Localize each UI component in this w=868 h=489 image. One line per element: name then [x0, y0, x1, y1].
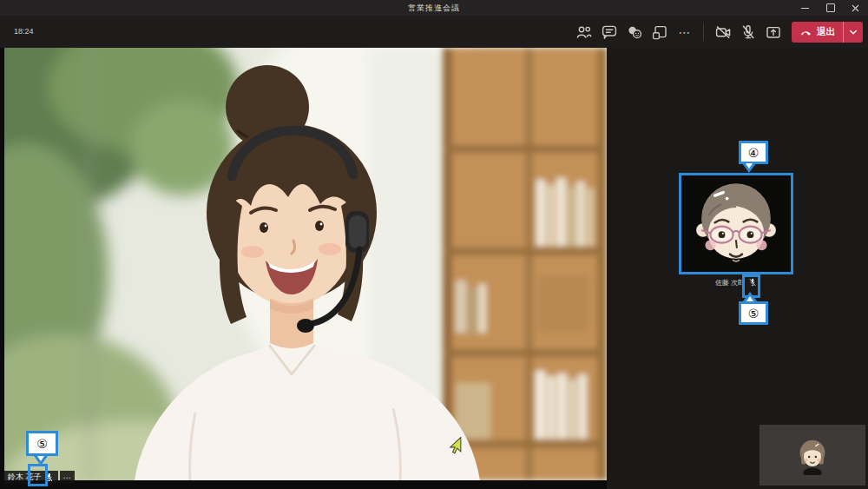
main-video-tile[interactable]	[4, 48, 607, 480]
mic-toggle-button[interactable]	[736, 20, 760, 43]
leave-split-button: 退出	[792, 22, 863, 43]
annotation-step5-label: ⑤	[748, 307, 760, 320]
toolbar-buttons: ⋯	[572, 16, 863, 48]
minimize-icon	[801, 8, 809, 9]
camera-toggle-button[interactable]	[711, 20, 734, 43]
reactions-button[interactable]	[622, 20, 646, 43]
participants-button[interactable]	[572, 20, 595, 43]
share-icon	[765, 23, 782, 41]
minimize-button[interactable]	[792, 0, 818, 16]
annotation-callout-5-right: ⑤	[739, 301, 768, 325]
annotation-pointer-down	[34, 456, 48, 466]
more-icon: ⋯	[679, 28, 691, 36]
share-screen-button[interactable]	[761, 20, 785, 43]
annotation-rect-speaker-mic	[28, 464, 48, 486]
self-view-pip[interactable]	[760, 425, 865, 486]
annotation-pointer-down	[742, 163, 756, 173]
rooms-button[interactable]	[648, 20, 671, 43]
rooms-icon	[651, 23, 668, 41]
chevron-down-icon	[849, 29, 858, 36]
cursor-icon	[448, 437, 462, 458]
window-title: 営業推進会議	[408, 3, 460, 14]
meeting-timer: 18:24	[14, 16, 34, 48]
maximize-icon	[826, 3, 835, 12]
window-controls	[792, 0, 868, 16]
teams-meeting-window: 営業推進会議 18:24	[0, 0, 868, 489]
speaker-video-feed	[4, 48, 607, 480]
maximize-button[interactable]	[818, 0, 843, 16]
tile-more-icon: ⋯	[63, 473, 71, 482]
reactions-icon	[626, 23, 643, 41]
leave-options-button[interactable]	[844, 22, 863, 43]
self-avatar	[792, 435, 832, 475]
annotation-callout-4: ④	[739, 141, 768, 164]
participant-name-label: 佐藤 次郎	[715, 278, 745, 287]
leave-button-label: 退出	[817, 26, 835, 38]
participant-nameplate: 佐藤 次郎	[679, 276, 793, 288]
meeting-toolbar: 18:24	[0, 16, 868, 48]
tile-more-button[interactable]: ⋯	[60, 471, 75, 484]
close-button[interactable]	[843, 0, 868, 16]
leave-phone-icon	[799, 26, 812, 37]
chat-button[interactable]	[597, 20, 621, 43]
participants-icon	[575, 23, 593, 41]
leave-button[interactable]: 退出	[792, 22, 843, 43]
mic-off-icon	[740, 23, 757, 41]
annotation-step4-label: ④	[748, 147, 760, 159]
annotation-step5-label: ⑤	[36, 438, 48, 450]
close-icon	[852, 4, 859, 12]
annotation-callout-5-left: ⑤	[26, 431, 58, 456]
toolbar-separator	[703, 23, 704, 41]
more-options-button[interactable]: ⋯	[673, 20, 696, 43]
annotation-pointer-up	[743, 292, 757, 301]
annotation-rect-participant	[679, 173, 793, 274]
camera-off-icon	[714, 23, 732, 41]
window-titlebar: 営業推進会議	[0, 0, 868, 16]
chat-icon	[601, 23, 618, 41]
